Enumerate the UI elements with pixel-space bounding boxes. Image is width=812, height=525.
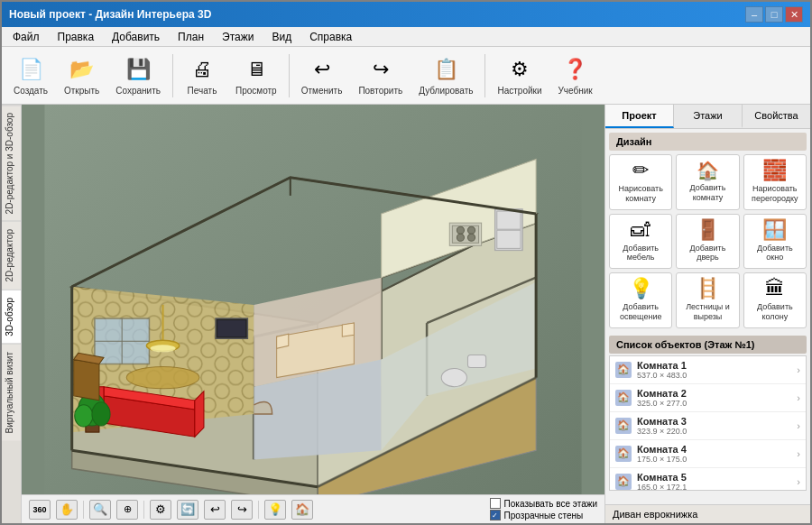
right-panel-content: Дизайн ✏ Нарисовать комнату 🏠 Добавить к… [605,129,810,504]
bottom-object-label: Диван еврокнижка [613,509,697,520]
btn-home[interactable]: 🏠 [291,500,313,520]
toolbar-separator-3 [484,54,485,97]
add-room-label: Добавить комнату [680,183,734,203]
svg-point-43 [467,226,475,234]
tab-project[interactable]: Проект [605,105,674,128]
side-tab-2d3d[interactable]: 2D-редактор и 3D-обзор [2,105,21,221]
checkbox-all-floors-row[interactable]: Показывать все этажи [490,498,597,509]
maximize-button[interactable]: □ [765,6,783,23]
svg-point-34 [92,402,110,426]
tab-floors[interactable]: Этажи [674,105,743,128]
svg-rect-48 [497,230,521,248]
create-icon: 📄 [16,55,45,84]
svg-point-42 [457,226,464,234]
vp-sep-2 [143,501,144,519]
menu-edit[interactable]: Правка [51,29,102,45]
room-info: Комната 5 165.0 × 172.1 [637,472,791,491]
create-label: Создать [14,86,48,96]
objects-list-header: Список объектов (Этаж №1) [609,336,807,354]
list-item[interactable]: 🏠 Комната 1 537.0 × 483.0 › [610,356,806,384]
close-button[interactable]: ✕ [785,6,803,23]
right-panel: Проект Этажи Свойства Дизайн ✏ Нарисоват… [604,105,810,523]
menu-add[interactable]: Добавить [105,29,167,45]
add-furniture-label: Добавить мебель [614,244,668,263]
btn-redo-vp[interactable]: ↪ [231,500,253,520]
toolbar-separator-2 [289,54,290,97]
btn-add-window[interactable]: 🪟 Добавить окно [743,214,807,270]
tool-create[interactable]: 📄 Создать [7,51,54,100]
btn-add-light[interactable]: 💡 Добавить освещение [609,272,672,328]
tool-preview[interactable]: 🖥 Просмотр [229,51,283,100]
tool-redo[interactable]: ↪ Повторить [352,51,409,100]
minimize-button[interactable]: – [745,6,763,23]
checkbox-transparent-walls-row[interactable]: ✓ Прозрачные стены [490,510,597,520]
checkbox-all-floors[interactable] [490,498,501,509]
menu-file[interactable]: Файл [5,29,47,45]
list-item[interactable]: 🏠 Комната 3 323.9 × 220.0 › [610,412,806,440]
btn-zoom-out[interactable]: 🔍 [89,500,111,520]
btn-360[interactable]: 360 [29,500,51,520]
tool-settings[interactable]: ⚙ Настройки [491,51,548,100]
side-tab-virtual[interactable]: Виртуальный визит [2,344,21,441]
btn-hand[interactable]: ✋ [56,500,78,520]
btn-zoom-in[interactable]: ⊕ [116,500,138,520]
side-tab-2d[interactable]: 2D-редактор [2,221,21,290]
vp-sep-3 [258,501,259,519]
toolbar-separator-1 [172,54,173,97]
menu-view[interactable]: Вид [264,29,299,45]
btn-add-room[interactable]: 🏠 Добавить комнату [676,154,739,210]
save-icon: 💾 [124,55,152,84]
undo-label: Отменить [301,86,343,96]
settings-label: Настройки [497,86,541,96]
tool-tutorial[interactable]: ❓ Учебник [552,51,599,100]
btn-light[interactable]: 💡 [264,500,286,520]
list-item[interactable]: 🏠 Комната 5 165.0 × 172.1 › [610,468,806,491]
svg-point-45 [467,234,475,241]
draw-room-icon: ✏ [632,161,649,180]
room-size: 175.0 × 175.0 [637,455,791,464]
add-light-icon: 💡 [629,279,653,299]
redo-icon: ↪ [366,55,395,84]
list-item[interactable]: 🏠 Комната 2 325.0 × 277.0 › [610,384,806,412]
btn-undo-vp[interactable]: ↩ [204,500,226,520]
room-icon: 🏠 [615,390,632,406]
svg-rect-47 [497,211,521,229]
btn-add-furniture[interactable]: 🛋 Добавить мебель [609,214,672,270]
tool-duplicate[interactable]: 📋 Дублировать [412,51,479,100]
room-size: 325.0 × 277.0 [637,399,791,408]
add-room-icon: 🏠 [697,161,719,180]
viewport[interactable]: 360 ✋ 🔍 ⊕ ⚙ 🔄 ↩ ↪ 💡 🏠 Показывать все эта… [22,105,604,523]
btn-stairs-cuts[interactable]: 🪜 Лестницы и вырезы [676,272,739,328]
menu-plan[interactable]: План [171,29,211,45]
tool-open[interactable]: 📂 Открыть [58,51,106,100]
room-icon: 🏠 [615,446,632,462]
tool-save[interactable]: 💾 Сохранить [109,51,167,100]
add-door-icon: 🚪 [696,220,720,240]
undo-icon: ↩ [308,55,337,84]
print-icon: 🖨 [188,55,217,84]
side-tab-3d[interactable]: 3D-обзор [2,290,21,344]
btn-add-door[interactable]: 🚪 Добавить дверь [676,214,739,270]
menu-floors[interactable]: Этажи [215,29,261,45]
tab-properties[interactable]: Свойства [743,105,810,128]
vp-sep-1 [83,501,84,519]
checkbox-transparent-walls[interactable]: ✓ [490,510,501,520]
chevron-right-icon: › [797,420,800,431]
toolbar: 📄 Создать 📂 Открыть 💾 Сохранить 🖨 Печать… [2,47,810,105]
title-bar: Новый проект - Дизайн Интерьера 3D – □ ✕ [2,2,810,27]
add-window-icon: 🪟 [762,220,787,240]
btn-draw-partition[interactable]: 🧱 Нарисовать перегородку [743,154,807,210]
btn-draw-room[interactable]: ✏ Нарисовать комнату [609,154,672,210]
tool-print[interactable]: 🖨 Печать [179,51,226,100]
tool-undo[interactable]: ↩ Отменить [295,51,349,100]
open-label: Открыть [64,86,99,96]
redo-label: Повторить [358,86,402,96]
list-item[interactable]: 🏠 Комната 4 175.0 × 175.0 › [610,440,806,468]
btn-rotate[interactable]: 🔄 [177,500,198,520]
add-door-label: Добавить дверь [680,244,734,263]
room-info: Комната 3 323.9 × 220.0 [637,416,791,436]
room-icon: 🏠 [615,362,632,378]
menu-help[interactable]: Справка [302,29,359,45]
btn-add-column[interactable]: 🏛 Добавить колону [743,272,807,328]
btn-settings-vp[interactable]: ⚙ [150,500,171,520]
